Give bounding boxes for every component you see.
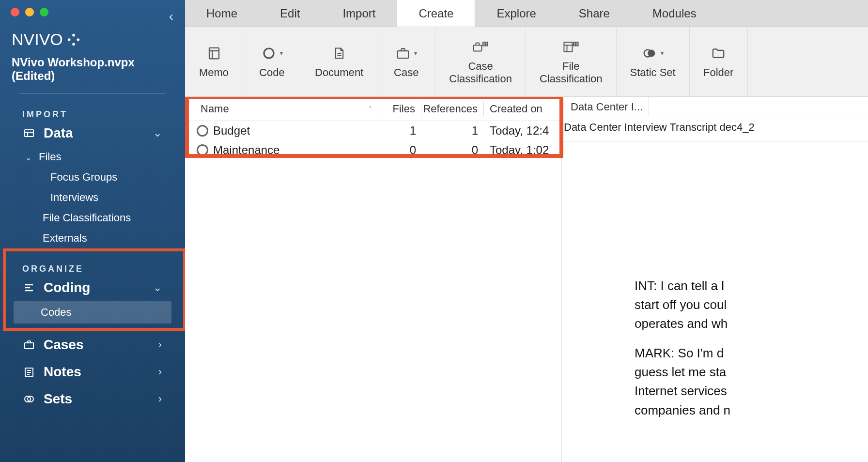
cell-name: Maintenance — [213, 143, 383, 157]
sidebar-item-label: Notes — [44, 364, 81, 380]
tab-edit[interactable]: Edit — [259, 0, 321, 27]
case-icon: ▾ — [396, 45, 417, 62]
sidebar-item-files[interactable]: ⌄ Files — [0, 147, 185, 167]
dropdown-caret-icon: ▾ — [661, 50, 664, 57]
ribbon-file-classification-button[interactable]: File Classification — [526, 27, 617, 96]
ribbon-label: Folder — [703, 66, 733, 78]
coding-icon — [22, 281, 36, 294]
menu-bar: Home Edit Import Create Explore Share Mo… — [185, 0, 868, 27]
dropdown-caret-icon: ▾ — [414, 50, 417, 57]
svg-rect-17 — [209, 48, 219, 59]
folder-icon — [711, 45, 726, 62]
sidebar-item-file-classifications[interactable]: File Classifications — [0, 208, 185, 228]
app-name: NVIVO — [12, 30, 63, 49]
tab-explore[interactable]: Explore — [475, 0, 557, 27]
chevron-right-icon: › — [158, 339, 162, 351]
sidebar-item-label: Sets — [44, 391, 72, 407]
chevron-down-icon: ⌄ — [25, 153, 33, 162]
transcript-line: Internet services — [635, 384, 727, 398]
svg-point-0 — [72, 33, 75, 36]
sidebar-item-label: Data — [44, 125, 73, 141]
ribbon-label: Static Set — [630, 66, 676, 78]
transcript-line: companies and n — [635, 403, 730, 417]
code-node-icon — [197, 144, 208, 156]
ribbon-label: Case Classification — [449, 60, 512, 85]
column-header-created[interactable]: Created on — [484, 103, 561, 115]
column-header-references[interactable]: References — [421, 103, 483, 115]
maximize-window-button[interactable] — [40, 8, 48, 16]
tab-create[interactable]: Create — [397, 0, 475, 27]
static-set-icon: ▾ — [642, 45, 664, 62]
file-classification-icon — [563, 39, 579, 55]
ribbon: Memo ▾ Code Document ▾ Case Case Classif… — [185, 27, 868, 97]
svg-rect-4 — [25, 130, 33, 137]
ribbon-static-set-button[interactable]: ▾ Static Set — [617, 27, 690, 96]
sidebar-item-interviews[interactable]: Interviews — [0, 187, 185, 208]
project-name: NVivo Workshop.nvpx (Edited) — [0, 49, 185, 83]
sidebar-item-cases[interactable]: Cases › — [0, 331, 185, 358]
svg-point-20 — [264, 48, 274, 58]
document-preview-pane: Data Center I... Data Center Interview T… — [561, 97, 868, 462]
ribbon-label: Memo — [199, 66, 229, 78]
sidebar-item-focus-groups[interactable]: Focus Groups — [0, 167, 185, 187]
sidebar-item-label: Cases — [44, 337, 84, 353]
svg-point-1 — [72, 43, 75, 46]
ribbon-code-button[interactable]: ▾ Code — [243, 27, 301, 96]
column-header-files[interactable]: Files — [382, 103, 421, 115]
sidebar-item-codes[interactable]: Codes — [14, 301, 171, 323]
case-classification-icon — [472, 39, 489, 55]
table-row[interactable]: Maintenance 0 0 Today, 1:02 — [185, 140, 561, 160]
codes-list-pane: Name ˄ Files References Created on Budge… — [185, 97, 561, 462]
svg-point-35 — [648, 49, 655, 57]
document-body[interactable]: INT: I can tell a l start off you coul o… — [562, 142, 868, 462]
sidebar-item-coding[interactable]: Coding ⌄ — [0, 274, 185, 301]
ribbon-document-button[interactable]: Document — [301, 27, 377, 96]
chevron-right-icon: › — [158, 366, 162, 378]
notes-icon — [22, 365, 36, 379]
app-logo: NVIVO — [0, 16, 185, 49]
section-import-label: IMPORT — [0, 94, 185, 120]
ribbon-memo-button[interactable]: Memo — [185, 27, 243, 96]
document-tabs: Data Center I... — [562, 97, 868, 117]
logo-diamond-icon — [67, 33, 80, 46]
svg-rect-23 — [398, 51, 409, 58]
cell-created: Today, 1:02 — [484, 143, 561, 157]
chevron-down-icon: ⌄ — [153, 281, 162, 294]
svg-rect-10 — [25, 343, 33, 349]
ribbon-case-button[interactable]: ▾ Case — [377, 27, 435, 96]
cell-files: 1 — [383, 124, 422, 138]
sidebar-item-externals[interactable]: Externals — [0, 228, 185, 248]
cell-created: Today, 12:4 — [484, 124, 561, 138]
section-organize-label: ORGANIZE — [0, 254, 185, 274]
tab-home[interactable]: Home — [185, 0, 259, 27]
ribbon-label: File Classification — [540, 60, 603, 85]
ribbon-folder-button[interactable]: Folder — [690, 27, 748, 96]
table-header-row: Name ˄ Files References Created on — [185, 97, 561, 121]
minimize-window-button[interactable] — [25, 8, 34, 16]
code-icon: ▾ — [262, 45, 283, 62]
dropdown-caret-icon: ▾ — [280, 50, 283, 57]
document-tab[interactable]: Data Center I... — [562, 97, 649, 117]
code-node-icon — [197, 125, 208, 137]
window-controls — [0, 0, 185, 16]
transcript-line: operates and wh — [635, 316, 728, 331]
tab-import[interactable]: Import — [321, 0, 397, 27]
document-title: Data Center Interview Transcript dec4_2 — [562, 117, 868, 142]
sidebar-item-data[interactable]: Data ⌄ — [0, 120, 185, 147]
tab-modules[interactable]: Modules — [631, 0, 718, 27]
ribbon-case-classification-button[interactable]: Case Classification — [435, 27, 526, 96]
sidebar-item-notes[interactable]: Notes › — [0, 358, 185, 385]
chevron-right-icon: › — [158, 393, 162, 405]
svg-point-2 — [68, 38, 71, 41]
sidebar-item-label: Coding — [44, 280, 90, 295]
cell-refs: 0 — [422, 143, 484, 157]
sidebar-item-sets[interactable]: Sets › — [0, 385, 185, 413]
tab-share[interactable]: Share — [558, 0, 631, 27]
transcript-line: guess let me sta — [635, 365, 726, 379]
sort-asc-icon: ˄ — [369, 105, 372, 113]
close-window-button[interactable] — [11, 8, 19, 16]
table-row[interactable]: Budget 1 1 Today, 12:4 — [185, 121, 561, 140]
main-area: Home Edit Import Create Explore Share Mo… — [185, 0, 868, 462]
column-header-name[interactable]: Name ˄ — [201, 103, 382, 115]
collapse-sidebar-icon[interactable]: ‹ — [169, 9, 173, 24]
